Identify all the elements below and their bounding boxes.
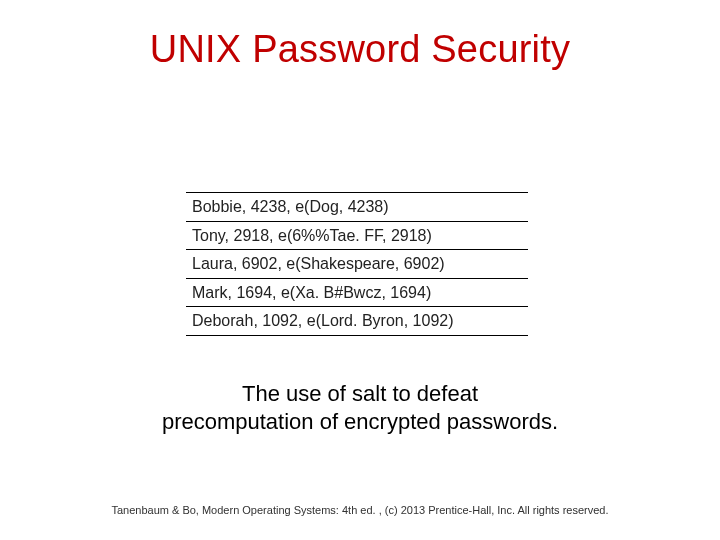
table-row: Mark, 1694, e(Xa. B#Bwcz, 1694) [186,279,528,308]
table-row: Deborah, 1092, e(Lord. Byron, 1092) [186,307,528,335]
caption-line: precomputation of encrypted passwords. [162,409,558,434]
figure-caption: The use of salt to defeat precomputation… [0,380,720,436]
caption-line: The use of salt to defeat [242,381,478,406]
password-table: Bobbie, 4238, e(Dog, 4238) Tony, 2918, e… [186,192,528,336]
table-row: Laura, 6902, e(Shakespeare, 6902) [186,250,528,279]
table-row: Tony, 2918, e(6%%Tae. FF, 2918) [186,222,528,251]
copyright-footer: Tanenbaum & Bo, Modern Operating Systems… [0,504,720,516]
slide-title: UNIX Password Security [0,28,720,71]
table-row: Bobbie, 4238, e(Dog, 4238) [186,193,528,222]
